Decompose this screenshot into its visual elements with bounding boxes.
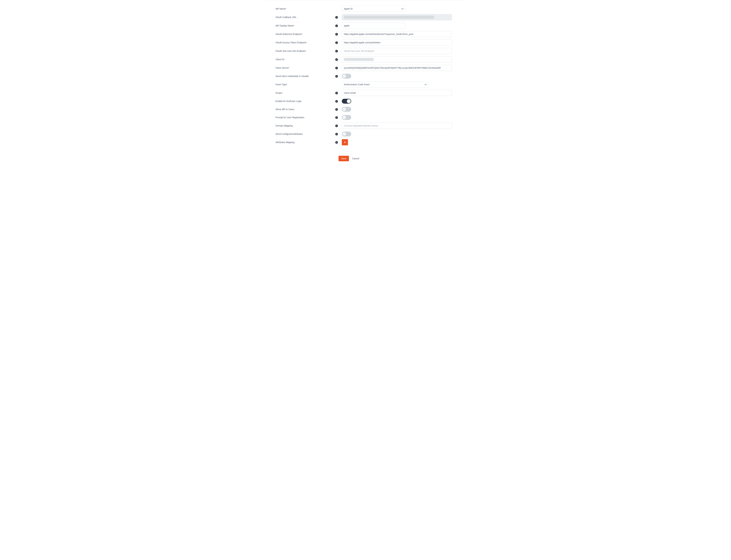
enduser_login-label: Enable for EndUser Login — [276, 98, 335, 105]
userinfo_ep-control — [342, 47, 455, 55]
info-icon[interactable]: i — [335, 116, 338, 119]
prompt_reg-toggle[interactable] — [342, 115, 351, 120]
cancel-button[interactable]: Cancel — [352, 156, 359, 161]
callback_url-readonly — [342, 14, 452, 20]
prompt_reg-label: Prompt for User Registration — [276, 114, 335, 121]
info-icon[interactable]: i — [335, 125, 338, 127]
client_id-row: Client ID*i — [276, 55, 455, 64]
enduser_login-control — [342, 98, 455, 105]
token_ep-input[interactable] — [342, 39, 452, 46]
prompt_reg-info-col: i — [335, 116, 342, 119]
info-icon[interactable]: i — [335, 141, 338, 144]
required-asterisk: * — [302, 33, 302, 35]
idp_name-select[interactable]: Apple ID — [342, 6, 406, 12]
display_name-info-col: i — [335, 24, 342, 27]
grant_type-control: Authorization Code Grant — [342, 80, 455, 89]
attrs_mapping-label: Attributes Mapping — [276, 139, 335, 146]
prompt_reg-control — [342, 114, 455, 121]
callback_url-label: OAuth Callback URL : — [276, 14, 335, 21]
display_name-control — [342, 22, 455, 30]
scope-row: Scope*i — [276, 89, 455, 97]
display_name-label: IdP Display Name* — [276, 22, 335, 29]
cred_header-row: Send client credentials in Headeri — [276, 72, 455, 80]
authorize_ep-label: OAuth Authorize Endpoint* — [276, 31, 335, 38]
toggle-knob — [347, 99, 351, 103]
cred_header-label: Send client credentials in Header — [276, 73, 335, 80]
enduser_login-info-col: i — [335, 100, 342, 103]
cred_header-toggle[interactable] — [342, 74, 351, 79]
toggle-knob — [342, 74, 346, 78]
domain_mapping-control — [342, 122, 455, 130]
client_id-input[interactable] — [342, 56, 452, 63]
authorize_ep-input[interactable] — [342, 31, 452, 37]
idp_name-select-wrap: Apple ID — [342, 6, 406, 12]
info-icon[interactable]: i — [335, 58, 338, 61]
attrs_mapping-info-col: i — [335, 141, 342, 144]
grant_type-label: Grant Type: — [276, 81, 335, 88]
send_attrs-control — [342, 131, 455, 137]
token_ep-info-col: i — [335, 41, 342, 44]
idp_name-label: IdP Name* — [276, 5, 335, 12]
send_attrs-label: Send Configured Attributes — [276, 130, 335, 138]
userinfo_ep-input[interactable] — [342, 48, 452, 54]
domain_mapping-input[interactable] — [342, 123, 452, 129]
info-icon[interactable]: i — [335, 33, 338, 36]
info-icon[interactable]: i — [335, 16, 338, 19]
enduser_login-toggle[interactable] — [342, 99, 351, 104]
show_idp-info-col: i — [335, 108, 342, 111]
attrs_mapping-control: + — [342, 138, 455, 146]
info-icon[interactable]: i — [335, 92, 338, 94]
callback_url-row: OAuth Callback URL :i — [276, 13, 455, 21]
attrs_mapping-row: Attributes Mappingi+ — [276, 138, 455, 146]
info-icon[interactable]: i — [335, 50, 338, 52]
info-icon[interactable]: i — [335, 25, 338, 27]
info-icon[interactable]: i — [335, 100, 338, 103]
grant_type-select-wrap: Authorization Code Grant — [342, 81, 429, 88]
required-asterisk: * — [282, 92, 283, 94]
grant_type-select[interactable]: Authorization Code Grant — [342, 81, 429, 88]
client_id-info-col: i — [335, 58, 342, 61]
save-button[interactable]: Save — [339, 156, 349, 161]
idp_name-control: Apple ID — [342, 5, 455, 13]
enduser_login-row: Enable for EndUser Logini — [276, 97, 455, 105]
send_attrs-info-col: i — [335, 133, 342, 135]
cred_header-control — [342, 73, 455, 80]
info-icon[interactable]: i — [335, 133, 338, 135]
userinfo_ep-row: OAuth Get User Info Endpointi — [276, 47, 455, 55]
info-icon[interactable]: i — [335, 75, 338, 78]
toggle-knob — [342, 132, 346, 136]
info-icon[interactable]: i — [335, 41, 338, 44]
required-asterisk: * — [289, 67, 289, 69]
domain_mapping-row: Domain Mappingi — [276, 122, 455, 130]
display_name-input[interactable] — [342, 23, 405, 29]
authorize_ep-control — [342, 30, 455, 38]
required-asterisk: * — [286, 8, 286, 10]
client_secret-input[interactable] — [342, 65, 452, 71]
client_id-label: Client ID* — [276, 56, 335, 63]
redacted-bar — [344, 58, 374, 61]
client_secret-label: Client Secret* — [276, 64, 335, 71]
show_idp-row: Show IdP to Usersi — [276, 105, 455, 113]
scope-input[interactable] — [342, 90, 452, 96]
toggle-knob — [342, 115, 346, 119]
idp-config-form: IdP Name*iApple IDOAuth Callback URL :iI… — [266, 5, 465, 151]
display_name-row: IdP Display Name*i — [276, 22, 455, 30]
info-icon[interactable]: i — [335, 67, 338, 69]
send_attrs-row: Send Configured Attributesi — [276, 130, 455, 138]
required-asterisk: * — [294, 25, 295, 27]
idp_name-row: IdP Name*iApple ID — [276, 5, 455, 13]
show_idp-control — [342, 106, 455, 113]
callback_url-control — [342, 13, 455, 21]
show_idp-label: Show IdP to Users — [276, 106, 335, 113]
attrs_mapping-add-button[interactable]: + — [342, 139, 348, 145]
send_attrs-toggle[interactable] — [342, 132, 351, 136]
required-asterisk: * — [284, 58, 285, 61]
callback_url-info-col: i — [335, 16, 342, 19]
domain_mapping-label: Domain Mapping — [276, 122, 335, 129]
client_secret-control — [342, 64, 455, 72]
authorize_ep-info-col: i — [335, 33, 342, 36]
toggle-knob — [342, 107, 346, 111]
userinfo_ep-label: OAuth Get User Info Endpoint — [276, 47, 335, 55]
info-icon[interactable]: i — [335, 108, 338, 111]
show_idp-toggle[interactable] — [342, 107, 351, 112]
